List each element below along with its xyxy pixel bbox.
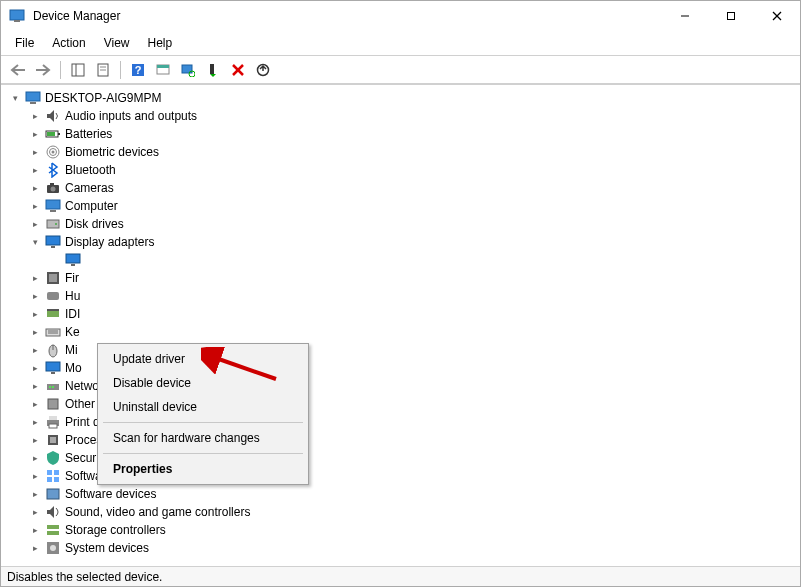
svg-rect-33 (50, 210, 56, 212)
svg-rect-51 (51, 372, 55, 374)
monitor-icon (45, 360, 61, 376)
svg-rect-25 (47, 132, 55, 136)
tree-node-cat-0[interactable]: ▸Audio inputs and outputs (1, 107, 800, 125)
svg-rect-64 (54, 477, 59, 482)
back-button[interactable] (7, 59, 29, 81)
svg-point-69 (50, 545, 56, 551)
menu-action[interactable]: Action (44, 33, 93, 53)
menu-help[interactable]: Help (140, 33, 181, 53)
mouse-icon (45, 342, 61, 358)
chevron-right-icon: ▸ (29, 146, 41, 158)
chevron-right-icon: ▸ (29, 164, 41, 176)
tree-node-cat-5[interactable]: ▸Computer (1, 197, 800, 215)
tree-node-cat-1[interactable]: ▸Batteries (1, 125, 800, 143)
tree-node-cat-22[interactable]: ▸Storage controllers (1, 521, 800, 539)
tree-node-cat-8[interactable]: ▸Fir (1, 269, 800, 287)
ctx-uninstall-device[interactable]: Uninstall device (101, 395, 305, 419)
tree-node-root[interactable]: ▾DESKTOP-AIG9MPM (1, 89, 800, 107)
ide-icon (45, 306, 61, 322)
tree-node-label: Hu (65, 289, 80, 303)
tree-node-label: Disk drives (65, 217, 124, 231)
svg-rect-32 (46, 200, 60, 209)
tree-node-cat-4[interactable]: ▸Cameras (1, 179, 800, 197)
tree-node-label: Bluetooth (65, 163, 116, 177)
menubar: File Action View Help (1, 31, 800, 56)
sound-icon (45, 504, 61, 520)
window-controls (662, 1, 800, 31)
tree-node-cat-2[interactable]: ▸Biometric devices (1, 143, 800, 161)
tree-node-label: Ke (65, 325, 80, 339)
tree-node-cat-21[interactable]: ▸Sound, video and game controllers (1, 503, 800, 521)
svg-rect-21 (26, 92, 40, 101)
chevron-right-icon: ▸ (29, 308, 41, 320)
svg-rect-43 (47, 311, 59, 317)
tree-node-cat-11[interactable]: ▸Ke (1, 323, 800, 341)
close-button[interactable] (754, 1, 800, 31)
storage-icon (45, 522, 61, 538)
chevron-right-icon: ▸ (29, 272, 41, 284)
bluetooth-icon (45, 162, 61, 178)
chevron-right-icon: ▸ (29, 344, 41, 356)
chevron-right-icon: ▸ (29, 110, 41, 122)
app-icon (9, 8, 25, 24)
scan-hardware-button[interactable] (177, 59, 199, 81)
system-icon (45, 540, 61, 556)
tree-node-cat-20[interactable]: ▸Software devices (1, 485, 800, 503)
minimize-button[interactable] (662, 1, 708, 31)
tree-node-cat-9[interactable]: ▸Hu (1, 287, 800, 305)
action-button-1[interactable] (152, 59, 174, 81)
ctx-properties[interactable]: Properties (101, 457, 305, 481)
ctx-scan-hardware[interactable]: Scan for hardware changes (101, 426, 305, 450)
maximize-button[interactable] (708, 1, 754, 31)
chevron-right-icon: ▸ (29, 506, 41, 518)
show-hide-tree-button[interactable] (67, 59, 89, 81)
tree-node-cat-7-child-0[interactable] (1, 251, 800, 269)
tree-node-cat-10[interactable]: ▸IDI (1, 305, 800, 323)
tree-node-label: DESKTOP-AIG9MPM (45, 91, 161, 105)
ctx-disable-device[interactable]: Disable device (101, 371, 305, 395)
svg-point-28 (52, 151, 55, 154)
svg-rect-14 (157, 65, 169, 68)
context-menu-separator (103, 422, 303, 423)
properties-button[interactable] (92, 59, 114, 81)
svg-point-53 (49, 386, 51, 388)
forward-button[interactable] (32, 59, 54, 81)
tree-node-cat-6[interactable]: ▸Disk drives (1, 215, 800, 233)
svg-rect-37 (51, 246, 55, 248)
svg-rect-58 (49, 424, 57, 428)
display-icon (45, 234, 61, 250)
expander-none (49, 254, 61, 266)
svg-rect-42 (47, 292, 59, 300)
tree-node-cat-3[interactable]: ▸Bluetooth (1, 161, 800, 179)
svg-rect-0 (10, 10, 24, 20)
device-tree[interactable]: ▾DESKTOP-AIG9MPM▸Audio inputs and output… (1, 85, 800, 567)
chevron-right-icon: ▸ (29, 128, 41, 140)
menu-view[interactable]: View (96, 33, 138, 53)
toolbar-separator (60, 61, 61, 79)
svg-rect-61 (47, 470, 52, 475)
chevron-right-icon: ▸ (29, 290, 41, 302)
computer-icon (45, 198, 61, 214)
tree-node-cat-7[interactable]: ▾Display adapters (1, 233, 800, 251)
help-button[interactable]: ? (127, 59, 149, 81)
context-menu: Update driver Disable device Uninstall d… (97, 343, 309, 485)
tree-node-label: Audio inputs and outputs (65, 109, 197, 123)
printer-icon (45, 414, 61, 430)
svg-rect-22 (30, 102, 36, 104)
tree-node-cat-23[interactable]: ▸System devices (1, 539, 800, 557)
uninstall-device-button[interactable] (252, 59, 274, 81)
content-pane: ▾DESKTOP-AIG9MPM▸Audio inputs and output… (1, 84, 800, 567)
cpu-icon (45, 432, 61, 448)
enable-device-button[interactable] (202, 59, 224, 81)
svg-point-35 (55, 223, 57, 225)
svg-rect-24 (58, 133, 60, 135)
other-icon (45, 396, 61, 412)
ctx-update-driver[interactable]: Update driver (101, 347, 305, 371)
disable-device-button[interactable] (227, 59, 249, 81)
chevron-right-icon: ▸ (29, 182, 41, 194)
chevron-down-icon[interactable]: ▾ (9, 92, 21, 104)
chevron-right-icon: ▸ (29, 200, 41, 212)
svg-point-30 (51, 187, 56, 192)
menu-file[interactable]: File (7, 33, 42, 53)
chevron-down-icon[interactable]: ▾ (29, 236, 41, 248)
